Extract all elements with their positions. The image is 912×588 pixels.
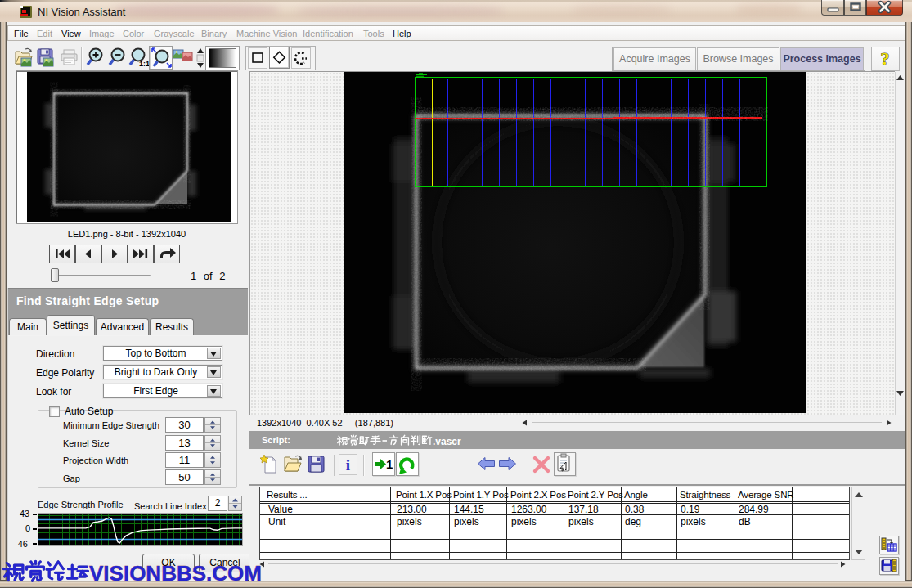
svg-text:.vascr: .vascr xyxy=(433,436,461,447)
svg-text:?: ? xyxy=(881,48,890,69)
svg-text:i: i xyxy=(346,456,350,474)
svg-text:VISIONBBS.COM: VISIONBBS.COM xyxy=(89,561,262,586)
svg-text:1: 1 xyxy=(386,457,393,471)
